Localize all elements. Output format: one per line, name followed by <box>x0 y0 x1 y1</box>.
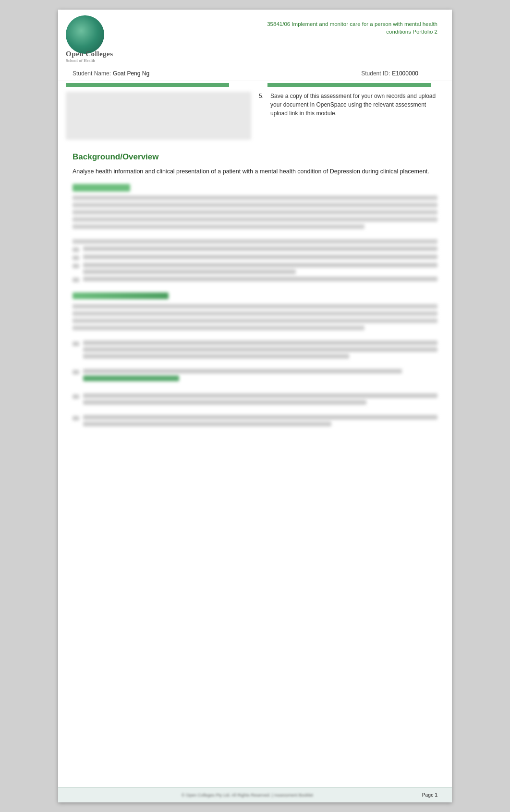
blurred-inst-item-1 <box>73 340 437 359</box>
instruction-num-5: 5. <box>259 92 267 118</box>
title-line2: conditions Portfolio 2 <box>386 29 437 35</box>
student-id-label: Student ID: <box>361 70 390 77</box>
header: Open Colleges School of Health 35841/06 … <box>58 10 452 63</box>
blurred-list-item-2 <box>73 255 437 260</box>
blurred-list-item-3 <box>73 263 437 274</box>
blurred-list-item-4 <box>73 277 437 282</box>
logo-circle <box>66 15 104 54</box>
blurred-inst-item-2 <box>73 369 437 383</box>
blurred-title-2 <box>73 292 169 299</box>
instruction-text-5: Save a copy of this assessment for your … <box>270 92 444 118</box>
logo-name: Open Colleges <box>66 50 128 58</box>
background-section-title: Background/Overview <box>73 152 437 162</box>
blurred-title-1 <box>73 184 130 192</box>
left-blurred-content <box>66 92 251 140</box>
instruction-item-5: 5. Save a copy of this assessment for yo… <box>259 92 444 118</box>
title-line1: 35841/06 Implement and monitor care for … <box>267 21 437 27</box>
logo-area: Open Colleges School of Health <box>66 15 128 63</box>
green-bar-left <box>66 83 229 87</box>
student-info-bar: Student Name: Goat Peng Ng Student ID: E… <box>58 66 452 81</box>
main-content: Background/Overview Analyse health infor… <box>58 145 452 787</box>
blurred-inst-item-4 <box>73 415 437 426</box>
background-body-text: Analyse health information and clinical … <box>73 167 437 176</box>
footer: © Open Colleges Pty Ltd. All Rights Rese… <box>58 787 452 802</box>
header-title-area: 35841/06 Implement and monitor care for … <box>128 15 437 36</box>
highlight-bars <box>58 81 452 87</box>
document-page: Open Colleges School of Health 35841/06 … <box>58 10 452 802</box>
student-name-value: Goat Peng Ng <box>113 70 149 77</box>
blurred-list-item-1 <box>73 246 437 252</box>
green-bar-right <box>267 83 431 87</box>
footer-text: © Open Colleges Pty Ltd. All Rights Rese… <box>73 793 422 798</box>
document-title: 35841/06 Implement and monitor care for … <box>133 20 437 36</box>
student-id-value: E1000000 <box>392 70 418 77</box>
blurred-left-block <box>66 92 251 140</box>
footer-page: Page 1 <box>422 792 437 798</box>
student-name-label: Student Name: <box>73 70 111 77</box>
blurred-inst-item-3 <box>73 393 437 405</box>
logo-subtitle: School of Health <box>66 58 128 63</box>
blurred-overview-section <box>73 184 437 282</box>
blurred-instructions-section <box>73 292 437 426</box>
instruction-area: 5. Save a copy of this assessment for yo… <box>58 87 452 145</box>
logo-text-block: Open Colleges School of Health <box>66 50 128 63</box>
right-instructions: 5. Save a copy of this assessment for yo… <box>259 92 444 140</box>
